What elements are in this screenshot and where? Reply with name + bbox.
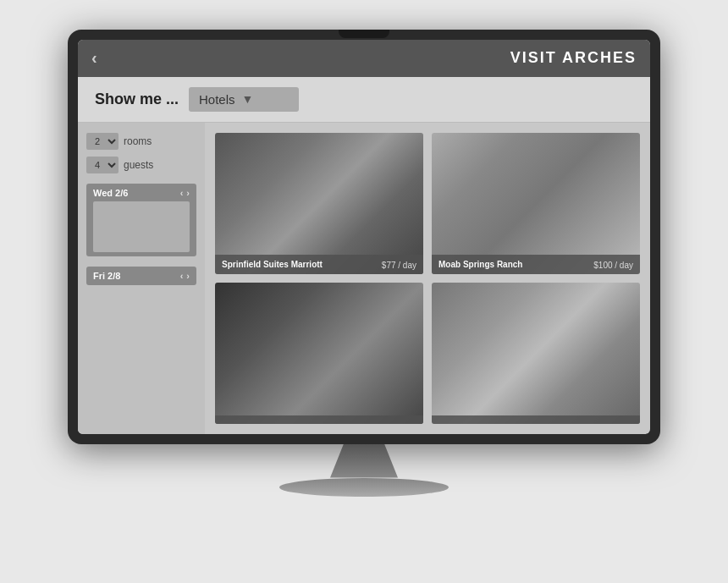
checkout-date: Fri 2/8 bbox=[93, 271, 120, 281]
chevron-down-icon: ▼ bbox=[242, 92, 254, 106]
main-content: 2 ▼ rooms 4 ▼ guests Wed 2/6 bbox=[78, 123, 650, 434]
rooms-filter-row: 2 ▼ rooms bbox=[86, 133, 196, 150]
screen: ‹ VISIT ARCHES Show me ... Hotels ▼ 2 ▼ bbox=[78, 40, 650, 434]
hotel-card-2[interactable] bbox=[215, 283, 423, 424]
hotel-info-0: Sprinfield Suites Marriott $77 / day bbox=[215, 255, 423, 274]
checkout-nav[interactable]: ‹ › bbox=[180, 271, 190, 281]
guests-label: guests bbox=[124, 159, 153, 171]
hotel-image-0 bbox=[215, 133, 423, 274]
checkout-block: Fri 2/8 ‹ › bbox=[86, 267, 196, 285]
prev-icon[interactable]: ‹ bbox=[180, 271, 184, 281]
checkin-block: Wed 2/6 ‹ › bbox=[86, 184, 196, 256]
hotel-price-0: $77 / day bbox=[382, 261, 416, 270]
next-icon[interactable]: › bbox=[186, 271, 190, 281]
checkin-nav[interactable]: ‹ › bbox=[180, 188, 190, 198]
hotel-info-1: Moab Springs Ranch $100 / day bbox=[432, 255, 640, 274]
rooms-label: rooms bbox=[124, 135, 152, 147]
show-me-bar: Show me ... Hotels ▼ bbox=[78, 77, 650, 123]
checkin-calendar bbox=[93, 201, 190, 252]
show-me-label: Show me ... bbox=[95, 91, 179, 108]
page-title: VISIT ARCHES bbox=[510, 49, 637, 67]
hotel-info-3 bbox=[432, 415, 640, 424]
guests-select[interactable]: 4 ▼ bbox=[86, 157, 119, 173]
hotel-name-0: Sprinfield Suites Marriott bbox=[222, 259, 323, 270]
monitor-stand-base bbox=[279, 478, 449, 497]
monitor-body: ‹ VISIT ARCHES Show me ... Hotels ▼ 2 ▼ bbox=[68, 30, 660, 444]
monitor-wrapper: ‹ VISIT ARCHES Show me ... Hotels ▼ 2 ▼ bbox=[59, 30, 669, 554]
category-dropdown[interactable]: Hotels ▼ bbox=[189, 87, 299, 112]
checkin-date: Wed 2/6 bbox=[93, 188, 128, 198]
rooms-select[interactable]: 2 ▼ bbox=[86, 133, 119, 150]
hotel-image-3 bbox=[432, 283, 640, 424]
hotel-image-2 bbox=[215, 283, 423, 424]
header: ‹ VISIT ARCHES bbox=[78, 40, 650, 77]
next-icon[interactable]: › bbox=[186, 188, 190, 198]
hotel-info-2 bbox=[215, 415, 423, 424]
monitor-notch bbox=[339, 30, 389, 38]
dropdown-value: Hotels bbox=[199, 92, 235, 107]
sidebar: 2 ▼ rooms 4 ▼ guests Wed 2/6 bbox=[78, 123, 205, 434]
monitor-stand-neck bbox=[330, 444, 398, 478]
back-button[interactable]: ‹ bbox=[91, 48, 97, 68]
prev-icon[interactable]: ‹ bbox=[180, 188, 184, 198]
hotel-name-1: Moab Springs Ranch bbox=[438, 259, 522, 270]
hotel-price-1: $100 / day bbox=[593, 261, 633, 270]
hotel-image-1 bbox=[432, 133, 640, 274]
hotel-grid: Sprinfield Suites Marriott $77 / day Moa… bbox=[205, 123, 650, 434]
guests-filter-row: 4 ▼ guests bbox=[86, 157, 196, 173]
hotel-card-0[interactable]: Sprinfield Suites Marriott $77 / day bbox=[215, 133, 423, 274]
hotel-card-1[interactable]: Moab Springs Ranch $100 / day bbox=[432, 133, 640, 274]
hotel-card-3[interactable] bbox=[432, 283, 640, 424]
